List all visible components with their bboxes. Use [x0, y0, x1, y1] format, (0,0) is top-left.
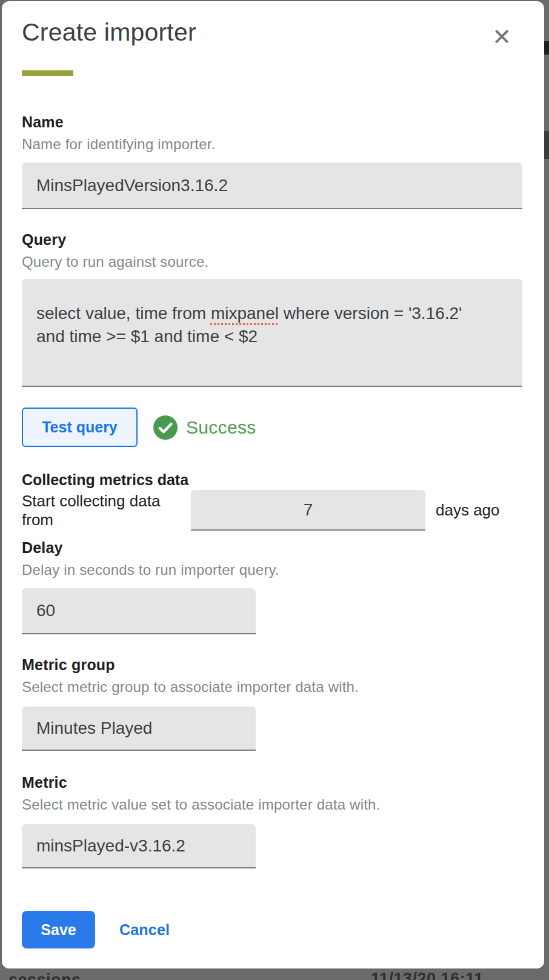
test-query-row: Test query Success: [22, 408, 522, 447]
save-button[interactable]: Save: [22, 911, 95, 948]
close-icon[interactable]: ✕: [492, 25, 511, 49]
page-title: Create importer: [22, 18, 196, 47]
modal-header: Create importer ✕: [22, 18, 522, 49]
success-check-icon: [153, 415, 178, 440]
metric-group-select[interactable]: Minutes Played: [22, 706, 256, 751]
metric-selected-value: minsPlayed-v3.16.2: [36, 836, 185, 856]
collecting-metrics-heading: Collecting metrics data: [22, 471, 522, 489]
query-status-text: Success: [186, 417, 256, 438]
accent-bar: [22, 70, 73, 76]
start-collecting-label: Start collecting data from: [22, 492, 191, 529]
name-label: Name: [22, 113, 522, 131]
metric-group-selected-value: Minutes Played: [36, 719, 152, 738]
delay-input[interactable]: [22, 588, 256, 634]
dimmed-backdrop: sessions 11/13/20 16:11 Create importer …: [0, 0, 549, 980]
metric-group-description: Select metric group to associate importe…: [22, 679, 522, 696]
name-input[interactable]: [22, 163, 522, 209]
create-importer-modal: Create importer ✕ Name Name for identify…: [2, 1, 544, 968]
query-text-before: select value, time from: [36, 304, 211, 323]
metric-label: Metric: [22, 774, 522, 791]
query-text-misspelled: mixpanel: [211, 304, 279, 323]
delay-description: Delay in seconds to run importer query.: [22, 562, 522, 579]
metric-select[interactable]: minsPlayed-v3.16.2: [22, 824, 256, 868]
collecting-row: Start collecting data from days ago: [22, 490, 522, 531]
query-label: Query: [22, 231, 522, 249]
days-ago-suffix-label: days ago: [436, 501, 500, 520]
days-ago-input[interactable]: [191, 490, 425, 531]
background-table-cell: sessions: [8, 971, 81, 980]
name-description: Name for identifying importer.: [22, 136, 522, 153]
backdrop-artifact: [544, 41, 549, 55]
query-description: Query to run against source.: [22, 253, 522, 270]
metric-description: Select metric value set to associate imp…: [22, 796, 522, 813]
query-status: Success: [153, 415, 256, 440]
cancel-button[interactable]: Cancel: [119, 921, 170, 939]
background-timestamp-cell: 11/13/20 16:11: [371, 970, 484, 980]
metric-group-label: Metric group: [22, 656, 522, 674]
actions-row: Save Cancel: [22, 911, 522, 948]
backdrop-artifact: [544, 131, 549, 159]
query-textarea[interactable]: select value, time from mixpanel where v…: [22, 279, 522, 387]
test-query-button[interactable]: Test query: [22, 408, 138, 447]
delay-label: Delay: [22, 539, 522, 557]
